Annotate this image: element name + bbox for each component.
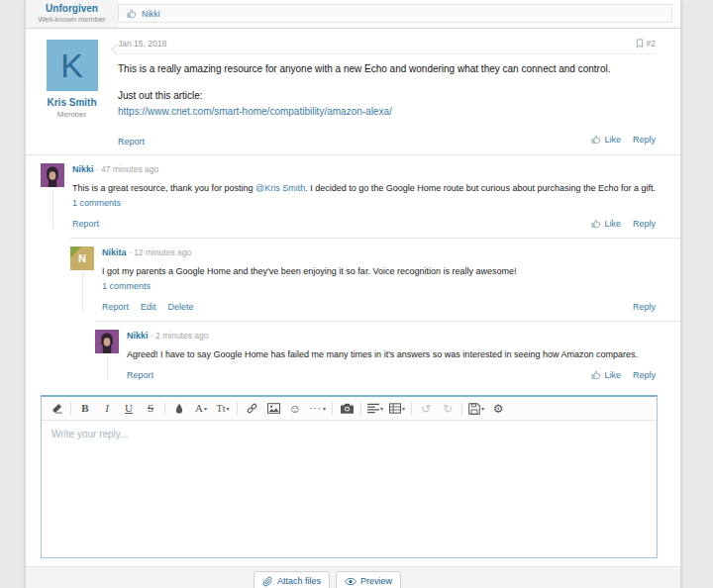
username-link[interactable]: Unforgiven (26, 3, 118, 14)
toolbar-separator (332, 402, 333, 416)
insert-image-button[interactable] (262, 398, 284, 420)
editor-toolbar: B I U S A▾ Tt▾ (42, 397, 657, 421)
thread-connector-line (82, 273, 83, 312)
reply-button[interactable]: Reply (633, 219, 656, 229)
reply-input[interactable] (42, 421, 657, 557)
insert-link-button[interactable] (241, 398, 262, 420)
report-link[interactable]: Report (102, 302, 129, 312)
comment-body: Agreed! I have to say Google Home has fa… (127, 348, 656, 360)
drafts-button[interactable]: ▾ (465, 398, 487, 420)
redo-button[interactable]: ↻ (437, 398, 458, 420)
link-icon (246, 402, 258, 415)
previous-post-remnant: Unforgiven Well-known member Nikki (26, 0, 680, 29)
like-button[interactable]: Like (591, 219, 621, 229)
more-options-button[interactable]: ···▾ (306, 398, 329, 420)
comment-avatar-column (95, 330, 119, 380)
insert-media-button[interactable] (336, 398, 357, 420)
username-link[interactable]: Nikki (72, 164, 94, 174)
comment-body: This is a great resource, thank you for … (72, 182, 656, 209)
post-number-link[interactable]: #2 (647, 39, 656, 49)
report-link[interactable]: Report (118, 137, 145, 147)
post-date-link[interactable]: Jan 15, 2018 (118, 39, 166, 49)
post-header: Jan 15, 2018 #2 (118, 36, 656, 54)
username-link[interactable]: Nikki (127, 331, 149, 341)
remove-format-button[interactable] (46, 398, 67, 420)
thread-connector-line (107, 356, 108, 380)
comment-time: 12 minutes ago (134, 247, 191, 257)
bold-button[interactable]: B (74, 398, 96, 420)
save-draft-icon (468, 403, 480, 415)
thread-container: Unforgiven Well-known member Nikki K Kri… (25, 0, 681, 588)
avatar[interactable]: N (70, 246, 94, 270)
avatar[interactable] (95, 330, 119, 353)
article-link[interactable]: https://www.cnet.com/smart-home/compatib… (118, 105, 656, 119)
thumbs-up-icon (127, 9, 137, 19)
report-link[interactable]: Report (72, 219, 99, 229)
avatar[interactable]: K (47, 40, 98, 91)
previous-post-message-cell: Nikki (118, 0, 680, 28)
thread-connector-line (52, 190, 53, 229)
editor-settings-button[interactable]: ⚙ (487, 398, 509, 420)
report-link[interactable]: Report (127, 370, 153, 380)
edit-link[interactable]: Edit (141, 302, 156, 312)
toolbar-separator (70, 402, 71, 416)
reply-editor: B I U S A▾ Tt▾ (41, 395, 658, 558)
like-button[interactable]: Like (591, 370, 621, 380)
toolbar-separator (411, 402, 412, 416)
like-button[interactable]: Like (591, 135, 621, 145)
italic-button[interactable]: I (96, 398, 118, 420)
attach-files-button[interactable]: Attach files (254, 571, 330, 588)
smiley-icon: ☺ (289, 403, 301, 415)
user-title: Member (26, 110, 118, 119)
font-size-button[interactable]: Tt▾ (212, 398, 234, 420)
comment-header: Nikita · 12 minutes ago (102, 246, 656, 257)
smilies-button[interactable]: ☺ (284, 398, 306, 420)
attach-bar: Attach files Preview (26, 566, 680, 588)
comments-count-link[interactable]: 1 comments (102, 280, 151, 292)
toolbar-separator (360, 402, 361, 416)
preview-button[interactable]: Preview (336, 571, 401, 588)
eraser-icon (51, 403, 63, 415)
thumbs-up-icon (591, 370, 601, 380)
page: Unforgiven Well-known member Nikki K Kri… (25, 0, 681, 588)
comment: Nikki · 2 minutes ago Agreed! I have to … (95, 321, 680, 389)
username-link[interactable]: Kris Smith (26, 97, 118, 108)
reply-button[interactable]: Reply (633, 135, 656, 145)
list-icon (389, 403, 401, 414)
comment-time: 47 minutes ago (101, 164, 158, 174)
toolbar-separator (237, 402, 238, 416)
liked-by-user-link[interactable]: Nikki (142, 9, 159, 19)
reply-button[interactable]: Reply (633, 370, 656, 380)
post: K Kris Smith Member Jan 15, 2018 #2 Thi (26, 29, 680, 155)
post-paragraph: This is a really amazing resource for an… (118, 62, 656, 76)
underline-button[interactable]: U (118, 398, 140, 420)
align-left-icon (367, 403, 379, 414)
camera-icon (341, 403, 354, 414)
post-paragraph: Just out this article: (118, 89, 656, 103)
reply-button[interactable]: Reply (633, 302, 656, 312)
comment: N Nikita · 12 minutes ago I got my paren… (70, 238, 680, 321)
comments-count-link[interactable]: 1 comments (72, 197, 121, 209)
delete-link[interactable]: Delete (168, 302, 194, 312)
comment-body: I got my parents a Google Home and they'… (102, 265, 656, 292)
bookmark-icon[interactable] (636, 39, 644, 49)
post-user-cell: K Kris Smith Member (26, 36, 118, 148)
comment-header: Nikki · 2 minutes ago (127, 330, 656, 341)
mention-link[interactable]: @Kris Smith (255, 183, 305, 193)
comment-footer: Report Edit Delete Reply (102, 302, 656, 312)
post-body: This is a really amazing resource for an… (118, 62, 656, 119)
list-button[interactable]: ▾ (386, 398, 408, 420)
font-family-button[interactable]: A▾ (190, 398, 212, 420)
comment-footer: Report Like Reply (127, 370, 656, 380)
image-icon (267, 403, 280, 414)
thumbs-up-icon (591, 219, 601, 229)
username-link[interactable]: Nikita (102, 247, 127, 257)
comment-time: 2 minutes ago (155, 331, 208, 341)
comment-avatar-column: N (70, 246, 94, 312)
undo-button[interactable]: ↺ (415, 398, 437, 420)
alignment-button[interactable]: ▾ (364, 398, 386, 420)
avatar[interactable] (41, 163, 64, 187)
strikethrough-button[interactable]: S (140, 398, 161, 420)
paperclip-icon (262, 576, 273, 587)
text-color-button[interactable] (168, 398, 190, 420)
